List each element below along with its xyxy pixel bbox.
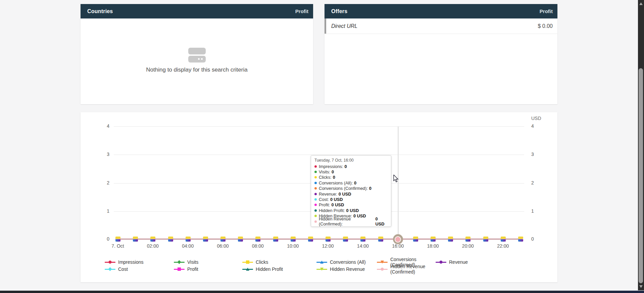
- countries-panel-title: Countries: [87, 8, 113, 14]
- tooltip-value: 0: [333, 175, 335, 180]
- tooltip-bullet-icon: [314, 171, 317, 173]
- offers-row-list: Direct URL$ 0.00: [325, 18, 557, 34]
- y-axis-label-right: 3: [531, 152, 548, 157]
- offers-panel: Offers Profit Direct URL$ 0.00: [325, 4, 557, 104]
- offers-profit-column-header[interactable]: Profit: [540, 8, 553, 14]
- legend-label: Conversions (All): [330, 259, 366, 265]
- tooltip-label: Profit:: [319, 202, 330, 207]
- chart-area: USD 44332211007. Oct02:0004:0006:0008:00…: [81, 112, 557, 282]
- legend-label: Hidden Revenue: [330, 266, 365, 272]
- legend-marker-icon: [242, 267, 253, 271]
- legend-marker-icon: [174, 267, 185, 271]
- tooltip-item: Impressions:0: [314, 164, 388, 169]
- legend-marker-icon: [174, 260, 185, 264]
- currency-label: USD: [531, 116, 541, 121]
- legend-marker-icon: [316, 260, 327, 264]
- legend-item-impressions[interactable]: Impressions: [105, 259, 174, 265]
- tooltip-item: Profit:0 USD: [314, 202, 388, 208]
- countries-panel: Countries Profit Nothing to display for …: [81, 4, 313, 104]
- data-point-marker[interactable]: [484, 237, 488, 241]
- data-point-marker[interactable]: [379, 237, 383, 241]
- legend-marker-icon: [105, 267, 115, 271]
- legend-label: Cost: [118, 266, 128, 272]
- scrollbar-up-icon[interactable]: [639, 2, 643, 5]
- legend-marker-icon: [377, 267, 388, 271]
- triangle-down-icon: [381, 261, 384, 264]
- x-axis-label: 20:00: [462, 243, 474, 249]
- countries-profit-column-header[interactable]: Profit: [295, 8, 308, 14]
- data-point-marker[interactable]: [116, 237, 120, 241]
- legend-label: Clicks: [256, 259, 268, 265]
- legend-item-revenue[interactable]: Revenue: [436, 259, 554, 265]
- y-axis-label-right: 1: [531, 208, 548, 214]
- tooltip-value: 0: [354, 180, 356, 185]
- chart-panel: USD 44332211007. Oct02:0004:0006:0008:00…: [81, 112, 557, 282]
- triangle-down-icon: [320, 268, 324, 271]
- legend-label: Profit: [187, 266, 198, 272]
- tooltip-bullet-icon: [314, 187, 317, 190]
- tooltip-label: Impressions:: [319, 164, 343, 169]
- tooltip-title: Tuesday, 7 Oct, 16:00: [314, 158, 388, 163]
- data-point-marker[interactable]: [133, 237, 138, 241]
- tooltip-item-list: Impressions:0Visits:0Clicks:0Conversions…: [314, 164, 388, 224]
- legend-item-hidden-revenue[interactable]: Hidden Revenue: [316, 266, 377, 272]
- tooltip-value: 0 USD: [330, 197, 343, 202]
- x-axis-label: 14:00: [357, 243, 369, 249]
- tooltip-label: Hidden Profit:: [319, 208, 345, 213]
- legend-label: Visits: [187, 259, 198, 265]
- data-point-marker[interactable]: [203, 237, 208, 241]
- legend-label: Hidden Profit: [256, 266, 283, 272]
- data-point-marker[interactable]: [238, 237, 243, 241]
- data-point-marker[interactable]: [186, 237, 190, 241]
- vertical-scrollbar[interactable]: [638, 0, 644, 290]
- data-point-marker[interactable]: [413, 237, 418, 241]
- hover-point-marker[interactable]: [393, 234, 403, 244]
- data-point-marker[interactable]: [466, 237, 470, 241]
- triangle-up-icon: [246, 268, 249, 271]
- legend-item-hidden-profit[interactable]: Hidden Profit: [242, 266, 316, 272]
- data-point-marker[interactable]: [256, 237, 260, 241]
- data-point-marker[interactable]: [431, 237, 435, 241]
- mouse-cursor-icon: [393, 175, 401, 183]
- tooltip-bullet-icon: [314, 198, 317, 201]
- legend-item-cost[interactable]: Cost: [105, 266, 174, 272]
- data-point-marker[interactable]: [274, 237, 278, 241]
- tooltip-item: Cost:0 USD: [314, 197, 388, 202]
- diamond-icon: [108, 267, 112, 271]
- tooltip-item: Visits:0: [314, 169, 388, 174]
- countries-empty-state: Nothing to display for this search crite…: [81, 48, 313, 73]
- crosshair-line: [398, 126, 399, 239]
- offer-profit-value: $ 0.00: [538, 23, 553, 29]
- tooltip-value: 0 USD: [339, 192, 351, 197]
- y-axis-label-right: 4: [531, 123, 548, 129]
- data-point-marker[interactable]: [518, 237, 523, 241]
- data-point-marker[interactable]: [168, 237, 173, 241]
- data-point-marker[interactable]: [326, 237, 330, 241]
- series-line: [115, 239, 523, 240]
- legend-item-visits[interactable]: Visits: [174, 259, 242, 265]
- data-point-marker[interactable]: [221, 237, 225, 241]
- legend-item-clicks[interactable]: Clicks: [242, 259, 316, 265]
- data-point-marker[interactable]: [448, 237, 453, 241]
- data-point-marker[interactable]: [308, 237, 313, 241]
- legend-marker-icon: [377, 260, 388, 264]
- data-point-marker[interactable]: [343, 237, 348, 241]
- data-point-marker[interactable]: [151, 237, 155, 241]
- tooltip-value: 0: [345, 164, 347, 169]
- scrollbar-down-icon[interactable]: [639, 285, 643, 288]
- legend-item-profit[interactable]: Profit: [174, 266, 242, 272]
- offer-row[interactable]: Direct URL$ 0.00: [325, 18, 557, 34]
- data-point-marker[interactable]: [501, 237, 505, 241]
- legend-item-hidden-revenue-confirmed[interactable]: Hidden Revenue (Confirmed): [377, 266, 436, 272]
- scrollbar-thumb[interactable]: [639, 68, 643, 283]
- tooltip-item: Conversions (All):0: [314, 180, 388, 185]
- y-axis-label-left: 4: [93, 123, 109, 129]
- legend-item-conversions-all[interactable]: Conversions (All): [316, 259, 377, 265]
- data-point-marker[interactable]: [291, 237, 295, 241]
- legend-label: Impressions: [118, 259, 143, 265]
- tooltip-bullet-icon: [314, 165, 317, 168]
- tooltip-value: 0 USD: [346, 208, 359, 213]
- y-axis-label-right: 2: [531, 180, 548, 185]
- data-point-marker[interactable]: [361, 237, 365, 241]
- square-icon: [178, 267, 181, 271]
